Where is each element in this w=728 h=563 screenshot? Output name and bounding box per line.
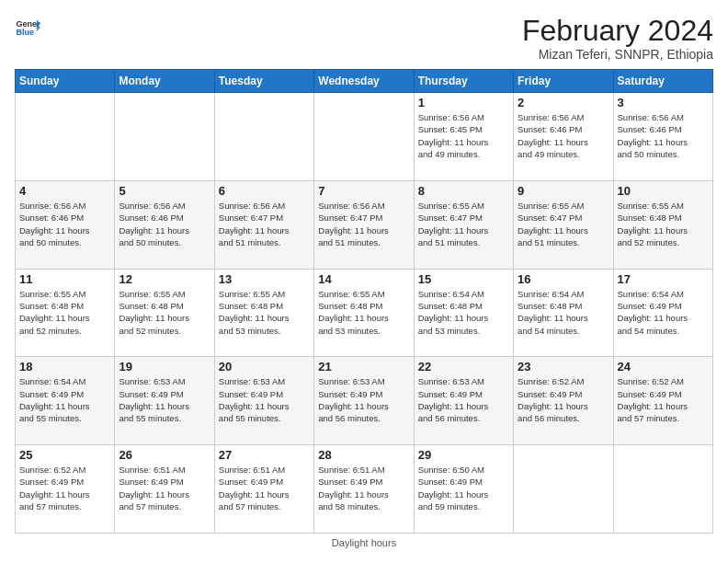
day-number: 22	[418, 360, 509, 373]
calendar-cell	[514, 445, 613, 534]
title-block: February 2024 Mizan Teferi, SNNPR, Ethio…	[522, 15, 713, 62]
day-number: 24	[618, 360, 709, 373]
calendar-cell: 24Sunrise: 6:52 AM Sunset: 6:49 PM Dayli…	[613, 357, 712, 445]
calendar-cell: 9Sunrise: 6:55 AM Sunset: 6:47 PM Daylig…	[514, 180, 613, 269]
day-info: Sunrise: 6:56 AM Sunset: 6:46 PM Dayligh…	[518, 111, 609, 160]
day-info: Sunrise: 6:51 AM Sunset: 6:49 PM Dayligh…	[119, 464, 210, 512]
page: General Blue February 2024 Mizan Teferi,…	[0, 0, 728, 563]
calendar-cell: 16Sunrise: 6:54 AM Sunset: 6:48 PM Dayli…	[514, 269, 613, 357]
day-info: Sunrise: 6:53 AM Sunset: 6:49 PM Dayligh…	[219, 375, 310, 424]
day-info: Sunrise: 6:55 AM Sunset: 6:48 PM Dayligh…	[19, 288, 110, 337]
day-info: Sunrise: 6:51 AM Sunset: 6:49 PM Dayligh…	[318, 464, 409, 512]
day-number: 21	[318, 360, 409, 373]
calendar-week-0: 1Sunrise: 6:56 AM Sunset: 6:45 PM Daylig…	[16, 93, 713, 181]
calendar-week-2: 11Sunrise: 6:55 AM Sunset: 6:48 PM Dayli…	[16, 269, 713, 357]
day-number: 3	[618, 96, 709, 109]
day-number: 2	[518, 96, 609, 109]
day-info: Sunrise: 6:52 AM Sunset: 6:49 PM Dayligh…	[618, 375, 709, 424]
calendar-cell	[214, 93, 313, 181]
day-info: Sunrise: 6:55 AM Sunset: 6:47 PM Dayligh…	[418, 200, 509, 248]
calendar-cell: 15Sunrise: 6:54 AM Sunset: 6:48 PM Dayli…	[414, 269, 513, 357]
calendar-cell: 29Sunrise: 6:50 AM Sunset: 6:49 PM Dayli…	[414, 445, 513, 534]
calendar-cell: 8Sunrise: 6:55 AM Sunset: 6:47 PM Daylig…	[414, 180, 513, 269]
day-info: Sunrise: 6:50 AM Sunset: 6:49 PM Dayligh…	[418, 464, 509, 512]
day-info: Sunrise: 6:53 AM Sunset: 6:49 PM Dayligh…	[318, 375, 409, 424]
footer-note: Daylight hours	[15, 537, 713, 548]
calendar-table: Sunday Monday Tuesday Wednesday Thursday…	[15, 69, 713, 534]
calendar-cell: 27Sunrise: 6:51 AM Sunset: 6:49 PM Dayli…	[214, 445, 313, 534]
calendar-cell: 5Sunrise: 6:56 AM Sunset: 6:46 PM Daylig…	[115, 180, 214, 269]
col-monday: Monday	[115, 70, 214, 93]
calendar-cell: 19Sunrise: 6:53 AM Sunset: 6:49 PM Dayli…	[115, 357, 214, 445]
calendar-cell: 17Sunrise: 6:54 AM Sunset: 6:49 PM Dayli…	[613, 269, 712, 357]
calendar-cell: 3Sunrise: 6:56 AM Sunset: 6:46 PM Daylig…	[613, 93, 712, 181]
day-info: Sunrise: 6:56 AM Sunset: 6:46 PM Dayligh…	[19, 200, 110, 248]
calendar-cell: 4Sunrise: 6:56 AM Sunset: 6:46 PM Daylig…	[16, 180, 115, 269]
day-number: 25	[19, 448, 110, 462]
day-number: 10	[618, 184, 709, 198]
logo: General Blue	[15, 15, 40, 40]
day-number: 28	[318, 448, 409, 462]
day-number: 6	[219, 184, 310, 198]
day-number: 16	[518, 272, 609, 286]
calendar-cell: 7Sunrise: 6:56 AM Sunset: 6:47 PM Daylig…	[314, 180, 414, 269]
day-number: 5	[119, 184, 210, 198]
svg-text:Blue: Blue	[16, 28, 34, 37]
calendar-week-1: 4Sunrise: 6:56 AM Sunset: 6:46 PM Daylig…	[16, 180, 713, 269]
col-wednesday: Wednesday	[314, 70, 414, 93]
calendar-header-row: Sunday Monday Tuesday Wednesday Thursday…	[16, 70, 713, 93]
day-number: 14	[318, 272, 409, 286]
day-info: Sunrise: 6:53 AM Sunset: 6:49 PM Dayligh…	[119, 375, 210, 424]
day-number: 1	[418, 96, 509, 109]
day-info: Sunrise: 6:55 AM Sunset: 6:48 PM Dayligh…	[219, 288, 310, 337]
day-number: 26	[119, 448, 210, 462]
calendar-week-3: 18Sunrise: 6:54 AM Sunset: 6:49 PM Dayli…	[16, 357, 713, 445]
day-number: 19	[119, 360, 210, 373]
calendar-cell: 14Sunrise: 6:55 AM Sunset: 6:48 PM Dayli…	[314, 269, 414, 357]
calendar-cell: 21Sunrise: 6:53 AM Sunset: 6:49 PM Dayli…	[314, 357, 414, 445]
col-sunday: Sunday	[16, 70, 115, 93]
calendar-cell: 22Sunrise: 6:53 AM Sunset: 6:49 PM Dayli…	[414, 357, 513, 445]
calendar-cell: 2Sunrise: 6:56 AM Sunset: 6:46 PM Daylig…	[514, 93, 613, 181]
day-number: 11	[19, 272, 110, 286]
day-number: 12	[119, 272, 210, 286]
day-info: Sunrise: 6:54 AM Sunset: 6:48 PM Dayligh…	[418, 288, 509, 337]
day-info: Sunrise: 6:55 AM Sunset: 6:48 PM Dayligh…	[119, 288, 210, 337]
day-info: Sunrise: 6:51 AM Sunset: 6:49 PM Dayligh…	[219, 464, 310, 512]
col-friday: Friday	[514, 70, 613, 93]
day-info: Sunrise: 6:54 AM Sunset: 6:49 PM Dayligh…	[618, 288, 709, 337]
calendar-cell	[613, 445, 712, 534]
calendar-cell	[314, 93, 414, 181]
calendar-cell: 10Sunrise: 6:55 AM Sunset: 6:48 PM Dayli…	[613, 180, 712, 269]
day-info: Sunrise: 6:54 AM Sunset: 6:48 PM Dayligh…	[518, 288, 609, 337]
day-number: 20	[219, 360, 310, 373]
calendar-cell: 12Sunrise: 6:55 AM Sunset: 6:48 PM Dayli…	[115, 269, 214, 357]
day-number: 7	[318, 184, 409, 198]
day-number: 29	[418, 448, 509, 462]
day-info: Sunrise: 6:56 AM Sunset: 6:46 PM Dayligh…	[618, 111, 709, 160]
day-info: Sunrise: 6:56 AM Sunset: 6:47 PM Dayligh…	[318, 200, 409, 248]
day-number: 17	[618, 272, 709, 286]
calendar-cell: 11Sunrise: 6:55 AM Sunset: 6:48 PM Dayli…	[16, 269, 115, 357]
col-tuesday: Tuesday	[214, 70, 313, 93]
day-number: 9	[518, 184, 609, 198]
day-number: 23	[518, 360, 609, 373]
day-number: 27	[219, 448, 310, 462]
day-info: Sunrise: 6:56 AM Sunset: 6:46 PM Dayligh…	[119, 200, 210, 248]
day-number: 18	[19, 360, 110, 373]
calendar-cell: 20Sunrise: 6:53 AM Sunset: 6:49 PM Dayli…	[214, 357, 313, 445]
month-title: February 2024	[522, 15, 713, 47]
calendar-cell: 25Sunrise: 6:52 AM Sunset: 6:49 PM Dayli…	[16, 445, 115, 534]
day-info: Sunrise: 6:54 AM Sunset: 6:49 PM Dayligh…	[19, 375, 110, 424]
calendar-cell: 6Sunrise: 6:56 AM Sunset: 6:47 PM Daylig…	[214, 180, 313, 269]
calendar-cell	[16, 93, 115, 181]
calendar-cell: 28Sunrise: 6:51 AM Sunset: 6:49 PM Dayli…	[314, 445, 414, 534]
col-thursday: Thursday	[414, 70, 513, 93]
day-info: Sunrise: 6:56 AM Sunset: 6:45 PM Dayligh…	[418, 111, 509, 160]
col-saturday: Saturday	[613, 70, 712, 93]
calendar-cell: 13Sunrise: 6:55 AM Sunset: 6:48 PM Dayli…	[214, 269, 313, 357]
calendar-cell	[115, 93, 214, 181]
day-info: Sunrise: 6:52 AM Sunset: 6:49 PM Dayligh…	[19, 464, 110, 512]
calendar-cell: 26Sunrise: 6:51 AM Sunset: 6:49 PM Dayli…	[115, 445, 214, 534]
calendar-cell: 23Sunrise: 6:52 AM Sunset: 6:49 PM Dayli…	[514, 357, 613, 445]
